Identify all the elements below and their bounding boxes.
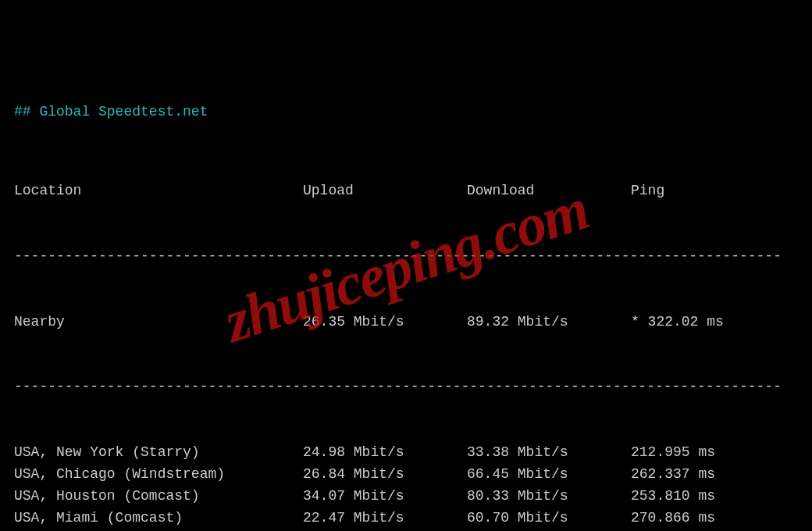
header-location: Location xyxy=(14,180,303,202)
cell-ping: * 322.02 ms xyxy=(631,312,798,333)
cell-location: Nearby xyxy=(14,312,303,333)
table-row: USA, Chicago (Windstream)26.84 Mbit/s66.… xyxy=(14,464,798,486)
section-title: ## Global Speedtest.net xyxy=(14,102,798,123)
header-ping: Ping xyxy=(631,180,798,202)
table-header: Location Upload Download Ping xyxy=(14,180,798,202)
table-body: USA, New York (Starry)24.98 Mbit/s33.38 … xyxy=(14,442,798,531)
table-row: USA, Miami (Comcast)22.47 Mbit/s60.70 Mb… xyxy=(14,508,798,529)
divider: ----------------------------------------… xyxy=(14,246,795,268)
cell-download: 89.32 Mbit/s xyxy=(467,312,631,333)
table-row: USA, Houston (Comcast)34.07 Mbit/s80.33 … xyxy=(14,486,798,508)
cell-upload: 34.07 Mbit/s xyxy=(303,486,467,508)
cell-location: USA, Chicago (Windstream) xyxy=(14,464,303,486)
table-row: USA, New York (Starry)24.98 Mbit/s33.38 … xyxy=(14,442,798,464)
cell-upload: 26.35 Mbit/s xyxy=(303,312,467,333)
header-download: Download xyxy=(467,180,631,202)
cell-upload: 24.98 Mbit/s xyxy=(303,442,467,464)
cell-download: 60.70 Mbit/s xyxy=(467,508,631,529)
header-upload: Upload xyxy=(303,180,467,202)
cell-download: 66.45 Mbit/s xyxy=(467,464,631,486)
cell-ping: 270.866 ms xyxy=(631,508,798,529)
cell-location: USA, Miami (Comcast) xyxy=(14,508,303,529)
cell-location: USA, Houston (Comcast) xyxy=(14,486,303,508)
cell-upload: 26.84 Mbit/s xyxy=(303,464,467,486)
cell-ping: 212.995 ms xyxy=(631,442,798,464)
table-row-nearby: Nearby 26.35 Mbit/s 89.32 Mbit/s * 322.0… xyxy=(14,312,798,333)
cell-download: 33.38 Mbit/s xyxy=(467,442,631,464)
cell-ping: 262.337 ms xyxy=(631,464,798,486)
cell-upload: 22.47 Mbit/s xyxy=(303,508,467,529)
cell-location: USA, New York (Starry) xyxy=(14,442,303,464)
cell-download: 80.33 Mbit/s xyxy=(467,486,631,508)
divider: ----------------------------------------… xyxy=(14,376,795,398)
cell-ping: 253.810 ms xyxy=(631,486,798,508)
